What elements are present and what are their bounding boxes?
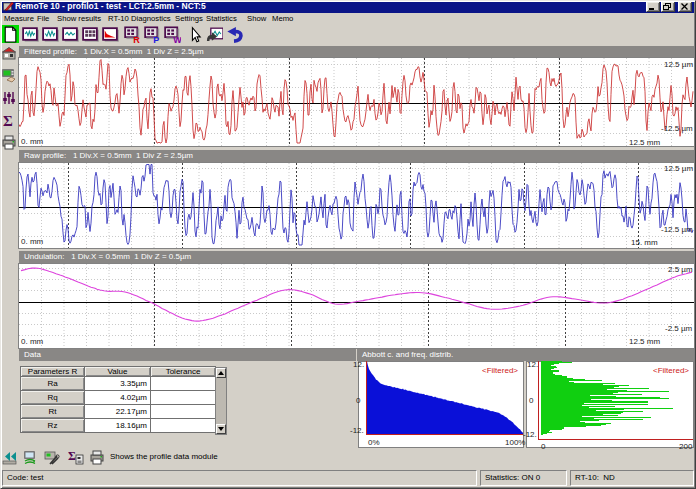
svg-text:Σ: Σ bbox=[68, 449, 76, 463]
